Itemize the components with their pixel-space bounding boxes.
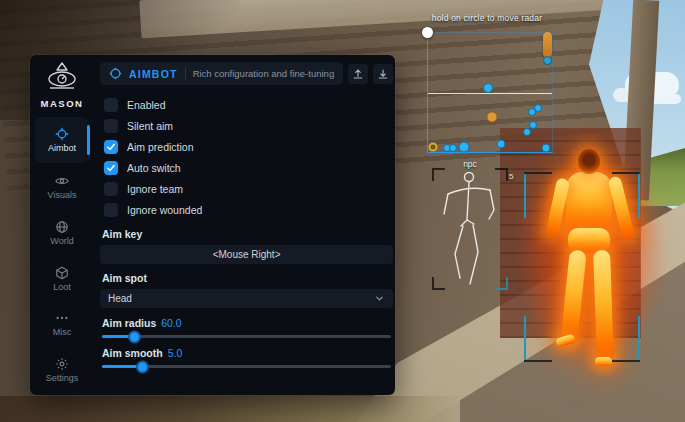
sidebar-item-world[interactable]: World [35,212,89,254]
checkbox-label: Ignore wounded [127,204,202,216]
check-icon [106,163,116,173]
aim-radius-label: Aim radius [102,317,156,329]
checkbox-ignore-wounded[interactable] [104,203,118,217]
player-chams-model [538,146,648,368]
globe-icon [55,220,69,234]
aim-smooth-slider[interactable] [102,365,391,368]
esp-bracket-bottom-left-v [524,316,526,362]
upload-icon [352,68,364,80]
aim-spot-label: Aim spot [102,272,393,284]
crosshair-icon [55,127,69,141]
radar-dot [428,143,437,152]
tab-content-aimbot: AIMBOT Rich configuration and fine-tunin… [94,55,411,395]
sidebar-item-label: Visuals [48,190,77,200]
player-foot-left [555,333,576,347]
download-icon [377,68,389,80]
radar-dot [483,83,493,93]
skeleton-esp-distance: 5 [509,172,513,181]
radar-dot [523,128,531,136]
radar-dot [497,139,506,148]
esp-bracket-bottom-left-h [524,360,552,362]
sidebar: MASON Aimbot Visuals [30,55,94,395]
sidebar-item-label: Loot [53,282,71,292]
aim-key-label: Aim key [102,228,393,240]
esp-bracket-top-left-v [524,172,526,218]
player-foot-right [595,357,612,366]
check-icon [106,142,116,152]
aim-spot-value: Head [108,293,132,304]
brand: MASON [41,62,84,109]
radar-hint-label: hold on circle to move radar [412,13,562,23]
slider-handle[interactable] [128,330,141,343]
radar-dot [449,144,457,152]
sidebar-item-label: Misc [53,327,72,337]
tab-subtitle: Rich configuration and fine-tuning [193,68,335,79]
loot-marker [543,32,552,58]
sidebar-item-settings[interactable]: Settings [35,349,89,391]
slider-handle[interactable] [136,360,149,373]
radar-dot [487,112,498,123]
sidebar-item-misc[interactable]: Misc [35,304,89,346]
sidebar-item-label: Aimbot [48,143,76,153]
checkbox-enabled[interactable] [104,98,118,112]
radar-dot [529,121,537,129]
eye-icon [55,174,69,188]
active-indicator [87,125,90,155]
player-head [578,149,600,174]
checkbox-row: Silent aim [100,115,393,136]
radar-dot [534,104,542,112]
import-config-button[interactable] [373,64,393,84]
checkbox-row: Ignore wounded [100,199,393,220]
tab-title: AIMBOT [129,68,178,80]
chevron-down-icon [374,293,385,304]
checkbox-label: Auto switch [127,162,181,174]
checkbox-auto-switch[interactable] [104,161,118,175]
checkbox-ignore-team[interactable] [104,182,118,196]
player-torso [566,172,612,232]
checkbox-row: Auto switch [100,157,393,178]
esp-bracket-top-right-v [638,172,640,218]
reticle-icon [109,67,122,80]
brand-name: MASON [41,98,84,109]
ellipsis-icon [55,311,69,325]
esp-bracket-top-right-h [612,172,640,174]
aim-radius-slider[interactable] [102,335,391,338]
aim-smooth-value: 5.0 [168,347,183,359]
divider [185,68,186,80]
player-leg-right [593,250,614,363]
mason-eye-logo-icon [44,62,80,96]
esp-bracket-top-left-h [524,172,552,174]
sidebar-item-label: Settings [46,373,79,383]
skeleton-icon [436,170,504,288]
checkbox-row: Enabled [100,94,393,115]
sidebar-item-visuals[interactable]: Visuals [35,167,89,209]
checkbox-aim-prediction[interactable] [104,140,118,154]
player-leg-left [560,249,587,344]
sidebar-item-label: World [50,236,73,246]
sidebar-item-aimbot[interactable]: Aimbot [35,117,89,163]
aim-smooth-label: Aim smooth [102,347,163,359]
export-config-button[interactable] [348,64,368,84]
radar-dot [541,144,550,153]
background-floor-strip [0,396,460,422]
game-screen: npc 5 hold on circle to move radar [0,0,685,422]
radar-dot [458,142,469,153]
checkbox-row: Aim prediction [100,136,393,157]
loot-marker-dot [543,56,552,65]
aim-spot-select[interactable]: Head [100,289,393,308]
tab-header-pill: AIMBOT Rich configuration and fine-tunin… [100,62,343,85]
radar-drag-handle[interactable] [422,27,433,38]
skeleton-esp-box [432,168,508,290]
checkbox-label: Aim prediction [127,141,194,153]
esp-bracket-bottom-right-h [612,360,640,362]
crate-icon [55,266,69,280]
cheat-menu-panel: MASON Aimbot Visuals [30,55,395,395]
radar-dots [428,33,552,152]
slider-header: Aim radius 60.0 [102,317,393,329]
checkbox-label: Ignore team [127,183,183,195]
checkbox-silent-aim[interactable] [104,119,118,133]
sidebar-item-loot[interactable]: Loot [35,258,89,300]
tab-header: AIMBOT Rich configuration and fine-tunin… [100,62,393,85]
checkbox-label: Enabled [127,99,166,111]
aim-key-bind-button[interactable]: <Mouse Right> [100,245,393,264]
